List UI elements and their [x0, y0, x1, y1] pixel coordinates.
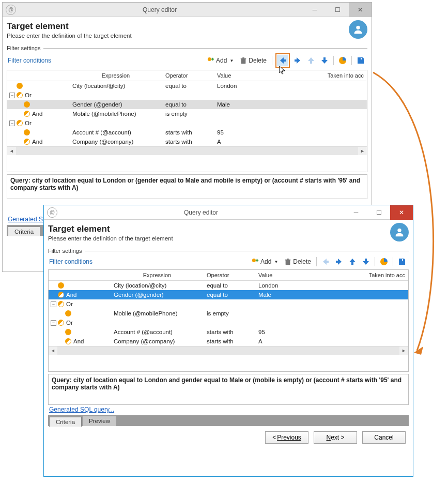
next-button[interactable]: Next >: [314, 431, 357, 444]
distribution-button[interactable]: [378, 256, 390, 267]
condition-row[interactable]: Account # (@account)starts with95: [7, 128, 367, 137]
value-cell: A: [255, 338, 357, 345]
expression-cell: Account # (@account): [69, 129, 162, 136]
svg-point-6: [252, 259, 256, 262]
app-icon: @: [6, 5, 16, 15]
svg-rect-3: [212, 58, 213, 61]
condition-row[interactable]: AndCompany (@company)starts withA: [7, 137, 367, 146]
condition-orb-icon: [17, 120, 23, 126]
condition-orb-icon: [24, 111, 30, 117]
condition-orb-icon: [65, 310, 71, 316]
expander-icon[interactable]: −: [9, 120, 15, 126]
close-button[interactable]: ✕: [349, 3, 372, 17]
avatar-icon: [349, 20, 367, 39]
condition-row[interactable]: −Or: [49, 299, 408, 309]
move-left-button[interactable]: [277, 55, 288, 66]
expression-cell: Mobile (@mobilePhone): [69, 110, 162, 117]
horizontal-scrollbar[interactable]: ◄►: [7, 146, 367, 155]
move-up-button[interactable]: [305, 55, 317, 66]
condition-row[interactable]: AndCompany (@company)starts withA: [49, 337, 408, 346]
expression-cell: Company (@company): [111, 338, 204, 345]
distribution-button[interactable]: [337, 55, 348, 66]
tab-preview[interactable]: Preview: [83, 416, 116, 426]
generated-sql-link[interactable]: Generated SQL query...: [49, 406, 409, 413]
expander-icon[interactable]: −: [51, 320, 56, 326]
svg-rect-4: [361, 58, 362, 59]
move-down-button[interactable]: [319, 55, 330, 66]
cancel-button[interactable]: Cancel: [362, 431, 406, 444]
svg-point-1: [208, 57, 211, 61]
move-up-button[interactable]: [347, 256, 358, 267]
operator-cell: equal to: [204, 291, 255, 298]
minimize-button[interactable]: ─: [303, 3, 326, 17]
move-right-button[interactable]: [292, 55, 303, 66]
svg-point-5: [397, 229, 401, 232]
operator-cell: starts with: [204, 338, 255, 345]
condition-row[interactable]: Account # (@account)starts with95: [49, 327, 408, 337]
grid-body[interactable]: City (location/@city)equal toLondon−OrGe…: [7, 81, 367, 146]
save-button[interactable]: [355, 55, 366, 66]
operator-cell: starts with: [162, 138, 214, 145]
value-cell: [214, 123, 315, 124]
value-cell: [255, 313, 357, 314]
condition-row[interactable]: −Or: [49, 318, 408, 327]
expression-cell: [69, 95, 162, 96]
horizontal-scrollbar[interactable]: ◄►: [49, 346, 408, 355]
condition-orb-icon: [58, 292, 64, 298]
tree-cell: −Or: [49, 300, 111, 308]
add-button[interactable]: Add ▼: [250, 257, 280, 266]
condition-row[interactable]: City (location/@city)equal toLondon: [7, 81, 367, 90]
expression-cell: City (location/@city): [69, 82, 162, 89]
move-down-button[interactable]: [360, 256, 372, 267]
condition-row[interactable]: AndMobile (@mobilePhone)is empty: [7, 109, 367, 118]
tree-cell: [49, 282, 111, 289]
save-button[interactable]: [396, 256, 408, 267]
svg-point-0: [356, 26, 360, 29]
previous-button[interactable]: < Previous: [265, 431, 308, 444]
maximize-button[interactable]: ☐: [326, 3, 349, 17]
move-right-button[interactable]: [333, 256, 345, 267]
close-button[interactable]: ✕: [390, 205, 413, 220]
filter-toolbar: Add ▼ Delete: [250, 256, 408, 267]
logical-op-label: And: [66, 292, 76, 298]
condition-orb-icon: [65, 329, 71, 335]
expression-cell: [69, 123, 162, 124]
titlebar[interactable]: @ Query editor ─ ☐ ✕: [3, 3, 372, 17]
tab-criteria[interactable]: Criteria: [49, 417, 82, 427]
condition-row[interactable]: Gender (@gender)equal toMale: [7, 100, 367, 109]
condition-orb-icon: [58, 320, 64, 326]
value-cell: 95: [214, 129, 315, 136]
delete-button[interactable]: Delete: [282, 257, 313, 266]
svg-rect-8: [257, 259, 258, 262]
grid-body[interactable]: City (location/@city)equal toLondonAndGe…: [49, 281, 408, 346]
delete-button[interactable]: Delete: [238, 56, 269, 65]
filter-settings-label: Filter settings: [48, 248, 409, 254]
condition-orb-icon: [58, 282, 64, 289]
tree-cell: [7, 82, 69, 89]
condition-orb-icon: [24, 101, 30, 108]
titlebar[interactable]: @ Query editor ─ ☐ ✕: [44, 205, 413, 220]
operator-cell: [162, 123, 214, 124]
query-editor-window-front: @ Query editor ─ ☐ ✕ Target element Plea…: [43, 205, 413, 477]
tab-criteria[interactable]: Criteria: [8, 227, 40, 236]
maximize-button[interactable]: ☐: [367, 205, 390, 220]
operator-cell: equal to: [162, 82, 214, 89]
add-button[interactable]: Add ▼: [205, 56, 236, 65]
minimize-button[interactable]: ─: [345, 205, 367, 220]
filter-conditions-label: Filter conditions: [49, 258, 250, 265]
move-left-button[interactable]: [320, 256, 331, 267]
condition-row[interactable]: Mobile (@mobilePhone)is empty: [49, 309, 408, 318]
condition-row[interactable]: AndGender (@gender)equal toMale: [49, 290, 408, 299]
expander-icon[interactable]: −: [9, 93, 15, 98]
expander-icon[interactable]: −: [51, 301, 56, 307]
condition-row[interactable]: −Or: [7, 90, 367, 100]
filter-conditions-label: Filter conditions: [8, 57, 205, 64]
value-cell: [214, 95, 315, 96]
operator-cell: starts with: [162, 129, 214, 136]
condition-row[interactable]: City (location/@city)equal toLondon: [49, 281, 408, 290]
tabs: Criteria Preview: [48, 415, 409, 426]
condition-orb-icon: [65, 338, 71, 344]
condition-row[interactable]: −Or: [7, 118, 367, 128]
tree-cell: [7, 101, 69, 108]
cursor-icon: [279, 66, 286, 75]
